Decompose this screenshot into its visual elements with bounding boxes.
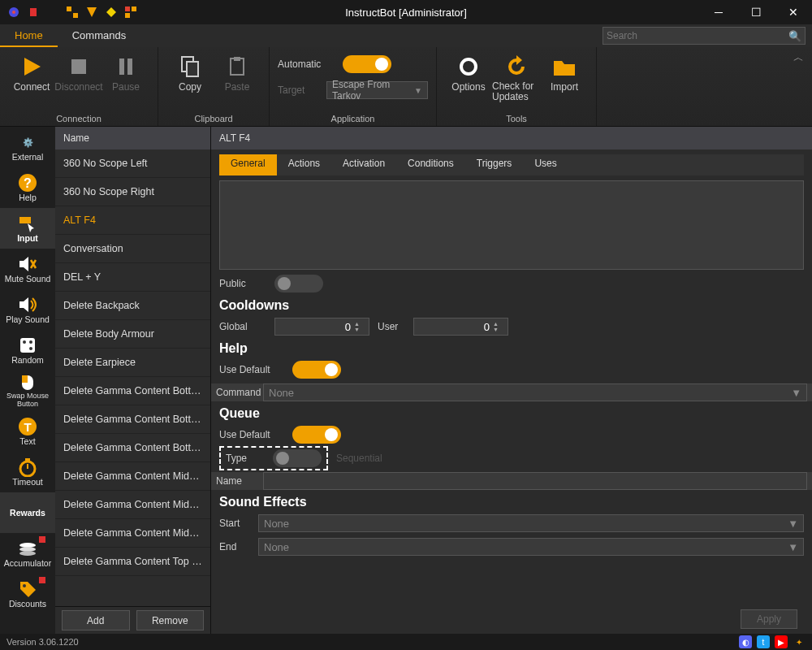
search-box[interactable]: 🔍 [603,27,806,45]
command-combo[interactable]: None▼ [263,384,807,401]
start-combo[interactable]: None▼ [258,514,804,532]
svg-rect-8 [71,59,86,74]
automatic-toggle[interactable] [343,55,391,73]
group-clipboard: Clipboard [166,110,261,124]
list-item[interactable]: Delete Gamma Content Middle L... [55,491,210,519]
toolbar-icon-3[interactable] [104,5,119,20]
disconnect-button: Disconnect [55,50,102,94]
svg-rect-29 [25,458,30,461]
misc-icon[interactable]: ✦ [793,635,806,648]
tab-home[interactable]: Home [0,25,58,47]
cooldowns-heading: Cooldowns [219,298,804,313]
sidebar-item-rewards[interactable]: Rewards [0,492,55,533]
toolbar-icon-4[interactable] [123,5,138,20]
subtab-activation[interactable]: Activation [331,154,396,176]
list-header: Name [55,127,210,150]
sidebar-item-timeout[interactable]: Timeout [0,452,55,492]
sidebar-item-random[interactable]: Random [0,330,55,370]
svg-rect-3 [67,6,71,11]
refresh-icon [503,54,529,80]
preview-area[interactable] [219,180,804,270]
help-icon: ? [16,173,39,193]
subtab-triggers[interactable]: Triggers [465,154,524,176]
type-hint: Sequential [336,453,382,464]
sidebar-item-swap-mouse[interactable]: Swap Mouse Button [0,370,55,411]
spinner-icon[interactable]: ▲▼ [493,321,504,332]
sidebar-item-play[interactable]: Play Sound [0,289,55,330]
svg-rect-2 [30,8,37,16]
target-combo[interactable]: Escape From Tarkov ▼ [326,81,428,99]
queue-name-label: Name [216,475,263,487]
pause-label: Pause [112,81,140,93]
category-sidebar: ⚙️External ?Help Input Mute Sound Play S… [0,127,55,634]
list-item[interactable]: Delete Earpiece [55,349,210,377]
twitter-icon[interactable]: t [757,635,770,648]
svg-point-1 [12,11,15,14]
list-item[interactable]: Delete Gamma Content Bottom ... [55,405,210,434]
list-item[interactable]: Delete Gamma Content Top Ce... [55,548,210,576]
type-toggle[interactable] [273,449,322,467]
subtab-general[interactable]: General [219,154,277,176]
subtab-conditions[interactable]: Conditions [396,154,465,176]
list-item[interactable]: Delete Body Armour [55,320,210,349]
dice-icon [16,336,39,355]
details-subtabs: GeneralActionsActivationConditionsTrigge… [219,154,804,176]
toolbar-icon-1[interactable] [65,5,80,20]
use-default-help-toggle[interactable] [292,361,341,379]
type-focus-region: Type [219,446,328,470]
disconnect-label: Disconnect [54,81,102,93]
add-button[interactable]: Add [62,610,130,630]
command-list[interactable]: 360 No Scope Left360 No Scope RightALT F… [55,150,210,606]
sidebar-item-text[interactable]: TText [0,411,55,452]
sidebar-item-help[interactable]: ?Help [0,167,55,208]
list-item[interactable]: Delete Gamma Content Middle ... [55,519,210,548]
apply-button[interactable]: Apply [741,609,797,629]
sidebar-item-external[interactable]: ⚙️External [0,127,55,167]
list-item[interactable]: 360 No Scope Right [55,178,210,206]
sidebar-item-accumulator[interactable]: Accumulator [0,533,55,574]
help-heading: Help [219,341,804,356]
svg-point-23 [29,340,32,344]
subtab-uses[interactable]: Uses [523,154,568,176]
copy-button[interactable]: Copy [166,50,214,94]
sidebar-item-mute[interactable]: Mute Sound [0,249,55,289]
public-toggle[interactable] [274,275,323,292]
tab-commands[interactable]: Commands [58,25,140,47]
list-item[interactable]: Delete Backpack [55,292,210,320]
user-input[interactable]: 0▲▼ [413,318,508,336]
list-item[interactable]: Delete Gamma Content Bottom ... [55,377,210,405]
close-button[interactable]: ✕ [775,0,812,24]
sidebar-item-input[interactable]: Input [0,208,55,249]
svg-point-16 [465,63,472,70]
list-item[interactable]: DEL + Y [55,263,210,292]
maximize-button[interactable]: ☐ [737,0,775,24]
subtab-actions[interactable]: Actions [277,154,331,176]
list-item[interactable]: Delete Gamma Content Bottom ... [55,434,210,462]
connect-button[interactable]: Connect [8,50,55,94]
sidebar-item-discounts[interactable]: Discounts [0,574,55,614]
list-item[interactable]: Conversation [55,235,210,263]
list-item[interactable]: Delete Gamma Content Middle ... [55,462,210,491]
minimize-button[interactable]: ─ [700,0,737,24]
options-button[interactable]: Options [445,50,492,94]
end-combo[interactable]: None▼ [258,538,804,556]
search-icon[interactable]: 🔍 [788,30,801,42]
list-item[interactable]: 360 No Scope Left [55,150,210,178]
global-input[interactable]: 0▲▼ [274,318,369,336]
toolbar-icon-2[interactable] [84,5,99,20]
ribbon-collapse-icon[interactable]: ︿ [785,47,812,68]
queue-name-input[interactable] [263,472,807,490]
remove-button[interactable]: Remove [136,610,205,630]
check-updates-button[interactable]: Check for Updates [492,50,541,104]
mouse-icon [16,374,39,392]
import-button[interactable]: Import [541,50,588,94]
use-default-queue-toggle[interactable] [292,426,341,444]
cursor-icon [16,214,39,233]
discord-icon[interactable]: ◐ [739,635,752,648]
search-input[interactable] [607,30,788,41]
youtube-icon[interactable]: ▶ [775,635,788,648]
spinner-icon[interactable]: ▲▼ [354,321,365,332]
list-item[interactable]: ALT F4 [55,206,210,235]
chevron-down-icon: ▼ [788,541,798,553]
details-pane: ALT F4 GeneralActionsActivationCondition… [211,127,812,634]
